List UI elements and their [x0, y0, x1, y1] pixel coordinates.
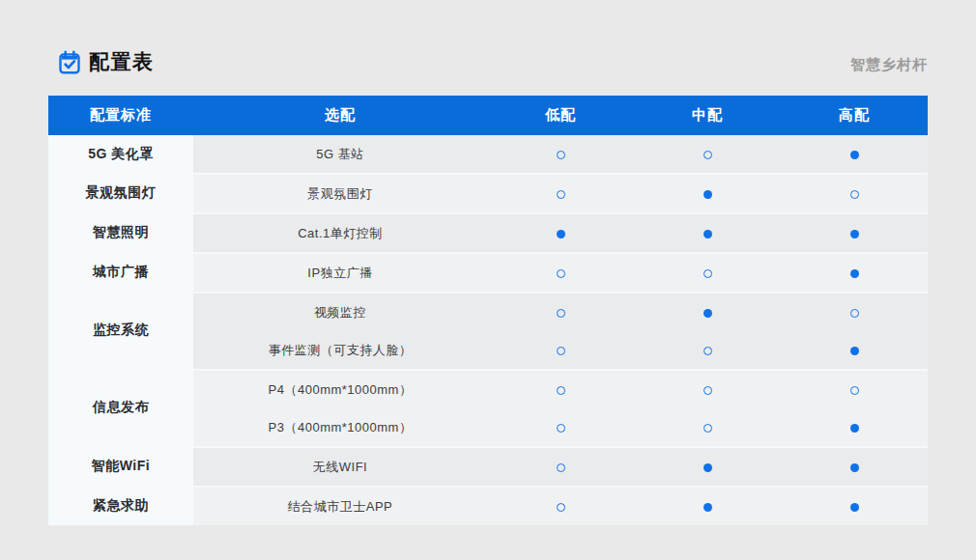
- dot-mid-filled: [703, 190, 712, 199]
- option-cell: 结合城市卫士APP: [193, 486, 487, 525]
- table-row: 景观氛围灯景观氛围灯: [48, 173, 928, 212]
- dot-mid-filled: [703, 309, 712, 318]
- dot-mid-empty: [703, 386, 712, 395]
- category-cell: 5G 美化罩: [48, 135, 193, 173]
- dot-high-empty: [850, 386, 859, 395]
- dot-mid-empty: [703, 424, 712, 433]
- mid-config-cell: [634, 369, 781, 408]
- option-cell: 无线WIFI: [193, 446, 487, 486]
- option-cell: 景观氛围灯: [193, 173, 487, 212]
- dot-low-filled: [557, 230, 565, 238]
- high-config-cell: [781, 212, 928, 252]
- low-config-cell: [487, 331, 634, 369]
- mid-config-cell: [634, 446, 781, 486]
- dot-mid-filled: [703, 503, 712, 512]
- dot-low-empty: [557, 151, 565, 159]
- mid-config-cell: [634, 135, 781, 173]
- category-cell: 紧急求助: [48, 486, 193, 525]
- table-row: 城市广播IP独立广播: [48, 252, 928, 292]
- dot-mid-filled: [703, 463, 712, 472]
- dot-high-empty: [850, 309, 859, 318]
- mid-config-cell: [634, 173, 781, 212]
- header-config-standard: 配置标准: [48, 96, 193, 135]
- dot-low-empty: [557, 503, 565, 512]
- table-row: 监控系统视频监控: [48, 292, 928, 331]
- header-mid-config: 中配: [634, 96, 781, 135]
- mid-config-cell: [634, 331, 781, 369]
- low-config-cell: [487, 292, 634, 331]
- option-cell: 视频监控: [193, 292, 487, 331]
- high-config-cell: [781, 408, 928, 446]
- header-optional: 选配: [193, 96, 487, 135]
- dot-low-empty: [557, 309, 565, 318]
- table-row: 智能WiFi无线WIFI: [48, 446, 928, 486]
- low-config-cell: [487, 173, 634, 212]
- high-config-cell: [781, 331, 928, 369]
- header-low-config: 低配: [487, 96, 634, 135]
- high-config-cell: [781, 486, 928, 525]
- slide: 配置表 智慧乡村杆 配置标准 选配 低配 中配 高配 5G 美化罩5G 基站景观…: [0, 0, 976, 560]
- high-config-cell: [781, 173, 928, 212]
- table-row: 5G 美化罩5G 基站: [48, 135, 928, 173]
- dot-high-filled: [850, 503, 859, 512]
- dot-low-empty: [557, 190, 565, 199]
- mid-config-cell: [634, 212, 781, 252]
- low-config-cell: [487, 212, 634, 252]
- high-config-cell: [781, 446, 928, 486]
- mid-config-cell: [634, 486, 781, 525]
- category-cell: 景观氛围灯: [48, 173, 193, 212]
- high-config-cell: [781, 252, 928, 292]
- dot-high-filled: [850, 151, 859, 159]
- option-cell: P4（400mm*1000mm）: [193, 369, 487, 408]
- category-cell: 智慧照明: [48, 212, 193, 252]
- option-cell: Cat.1单灯控制: [193, 212, 487, 252]
- category-cell: 智能WiFi: [48, 446, 193, 486]
- option-cell: IP独立广播: [193, 252, 487, 292]
- option-cell: P3（400mm*1000mm）: [193, 408, 487, 446]
- page-title: 配置表: [89, 48, 155, 75]
- category-cell: 信息发布: [48, 369, 193, 446]
- dot-low-empty: [557, 347, 565, 355]
- config-table: 配置标准 选配 低配 中配 高配 5G 美化罩5G 基站景观氛围灯景观氛围灯智慧…: [48, 96, 928, 525]
- low-config-cell: [487, 408, 634, 446]
- low-config-cell: [487, 486, 634, 525]
- dot-mid-filled: [703, 230, 712, 238]
- table-row: 紧急求助结合城市卫士APP: [48, 486, 928, 525]
- mid-config-cell: [634, 408, 781, 446]
- high-config-cell: [781, 292, 928, 331]
- low-config-cell: [487, 369, 634, 408]
- dot-low-empty: [557, 269, 565, 278]
- dot-high-filled: [850, 230, 859, 238]
- category-cell: 城市广播: [48, 252, 193, 292]
- dot-high-empty: [850, 190, 859, 199]
- category-cell: 监控系统: [48, 292, 193, 369]
- dot-high-filled: [850, 347, 859, 355]
- dot-low-empty: [557, 463, 565, 472]
- dot-mid-empty: [703, 151, 712, 159]
- low-config-cell: [487, 135, 634, 173]
- brand-label: 智慧乡村杆: [850, 56, 928, 74]
- dot-mid-empty: [703, 269, 712, 278]
- low-config-cell: [487, 252, 634, 292]
- dot-high-filled: [850, 424, 859, 433]
- dot-high-filled: [850, 269, 859, 278]
- mid-config-cell: [634, 252, 781, 292]
- header-high-config: 高配: [781, 96, 928, 135]
- dot-low-empty: [557, 424, 565, 433]
- high-config-cell: [781, 135, 928, 173]
- low-config-cell: [487, 446, 634, 486]
- table-row: 信息发布P4（400mm*1000mm）: [48, 369, 928, 408]
- dot-low-empty: [557, 386, 565, 395]
- high-config-cell: [781, 369, 928, 408]
- calendar-check-icon: [57, 49, 82, 75]
- dot-mid-empty: [703, 347, 712, 355]
- mid-config-cell: [634, 292, 781, 331]
- option-cell: 5G 基站: [193, 135, 487, 173]
- table-header-row: 配置标准 选配 低配 中配 高配: [48, 96, 928, 135]
- option-cell: 事件监测（可支持人脸）: [193, 331, 487, 369]
- dot-high-filled: [850, 463, 859, 472]
- table-row: 智慧照明Cat.1单灯控制: [48, 212, 928, 252]
